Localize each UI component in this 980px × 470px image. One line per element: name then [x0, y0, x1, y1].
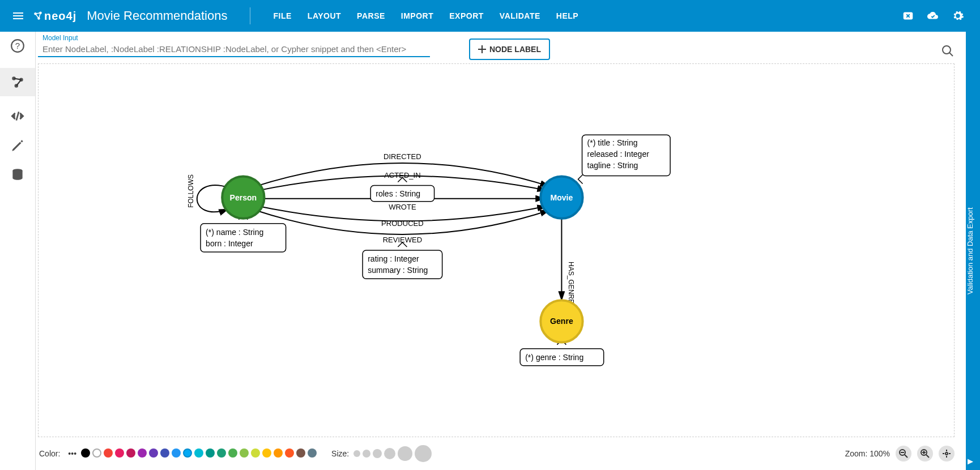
- color-swatch[interactable]: [183, 448, 192, 458]
- sidebar-graph[interactable]: [0, 68, 35, 96]
- sidebar-code[interactable]: [10, 109, 25, 126]
- color-swatch[interactable]: [262, 448, 271, 458]
- label-has-genre: HAS_GENRE: [567, 262, 575, 304]
- prop-rev-1: summary : String: [368, 266, 428, 275]
- node-person-label: Person: [230, 193, 257, 202]
- menu-file[interactable]: FILE: [273, 11, 291, 20]
- prop-movie-2: tagline : String: [587, 161, 638, 170]
- menu-help[interactable]: HELP: [556, 11, 578, 20]
- color-swatch[interactable]: [296, 448, 305, 458]
- node-genre-label: Genre: [550, 317, 573, 326]
- add-node-label-button[interactable]: NODE LABEL: [469, 39, 550, 60]
- right-panel-toggle[interactable]: Validation and Data Export ◀: [966, 32, 980, 470]
- sidebar-database[interactable]: [10, 168, 25, 185]
- label-follows: FOLLOWS: [187, 174, 195, 208]
- size-swatch[interactable]: [373, 449, 382, 458]
- prop-person-1: born : Integer: [206, 239, 253, 248]
- color-swatch[interactable]: [217, 448, 226, 458]
- menu-validate[interactable]: VALIDATE: [500, 11, 540, 20]
- prop-movie-1: released : Integer: [587, 149, 650, 159]
- color-swatch[interactable]: [81, 448, 90, 458]
- header: neo4j Movie Recommendations FILE LAYOUT …: [0, 0, 980, 32]
- color-swatch[interactable]: [160, 448, 169, 458]
- zoom-out-button[interactable]: [896, 446, 911, 462]
- sidebar: ?: [0, 32, 35, 470]
- color-swatch[interactable]: [172, 448, 181, 458]
- color-swatch[interactable]: [228, 448, 237, 458]
- color-swatch[interactable]: [240, 448, 249, 458]
- footer-toolbar: Color: ••• Size: Zoom: 100% Role: OWNER: [39, 442, 955, 465]
- gear-icon[interactable]: [952, 10, 964, 22]
- main-menu: FILE LAYOUT PARSE IMPORT EXPORT VALIDATE…: [273, 11, 578, 20]
- menu-export[interactable]: EXPORT: [449, 11, 484, 20]
- model-input-group: Model Input: [38, 32, 430, 57]
- color-swatch[interactable]: [115, 448, 124, 458]
- diagram-canvas[interactable]: DIRECTED ACTED_IN WROTE PRODUCED REVIEWE…: [38, 63, 955, 437]
- more-colors-icon[interactable]: •••: [68, 449, 76, 458]
- label-produced: PRODUCED: [381, 219, 424, 228]
- color-swatch[interactable]: [274, 448, 283, 458]
- size-swatch[interactable]: [415, 445, 432, 462]
- color-swatch[interactable]: [138, 448, 147, 458]
- clear-icon[interactable]: [902, 10, 914, 22]
- model-input[interactable]: [42, 42, 425, 56]
- label-directed: DIRECTED: [384, 152, 421, 161]
- svg-point-13: [945, 452, 948, 455]
- label-wrote: WROTE: [389, 203, 416, 211]
- node-movie-label: Movie: [551, 193, 573, 202]
- size-swatch[interactable]: [363, 450, 370, 458]
- prop-acted-0: roles : String: [376, 189, 420, 198]
- size-label: Size:: [331, 449, 349, 458]
- prop-rev-0: rating : Integer: [368, 254, 419, 263]
- menu-parse[interactable]: PARSE: [357, 11, 385, 20]
- svg-text:?: ?: [15, 41, 20, 50]
- color-swatch[interactable]: [149, 448, 158, 458]
- sidebar-help[interactable]: ?: [10, 39, 25, 55]
- color-swatch[interactable]: [285, 448, 294, 458]
- main-area: Model Input NODE LABEL DIRECTED ACTED_IN…: [35, 32, 966, 470]
- size-swatch[interactable]: [384, 448, 395, 459]
- logo: neo4j: [33, 10, 76, 23]
- zoom-text: Zoom: 100%: [845, 449, 890, 458]
- zoom-fit-button[interactable]: [939, 446, 955, 462]
- color-swatch[interactable]: [206, 448, 215, 458]
- prop-genre-0: (*) genre : String: [525, 353, 583, 362]
- color-swatch[interactable]: [104, 448, 113, 458]
- cloud-check-icon[interactable]: [927, 10, 939, 22]
- prop-person-0: (*) name : String: [206, 228, 263, 237]
- color-swatch[interactable]: [308, 448, 317, 458]
- zoom-in-button[interactable]: [917, 446, 933, 462]
- size-swatch[interactable]: [398, 446, 412, 461]
- sidebar-edit[interactable]: [10, 138, 25, 155]
- chevron-left-icon: ◀: [966, 458, 974, 467]
- hamburger-menu[interactable]: [6, 9, 31, 23]
- svg-point-10: [943, 46, 951, 54]
- search-icon[interactable]: [941, 44, 955, 60]
- color-swatch[interactable]: [126, 448, 135, 458]
- color-swatch[interactable]: [92, 448, 101, 458]
- menu-import[interactable]: IMPORT: [401, 11, 433, 20]
- color-swatch[interactable]: [251, 448, 260, 458]
- menu-layout[interactable]: LAYOUT: [308, 11, 341, 20]
- page-title: Movie Recommendations: [87, 8, 227, 23]
- size-swatch[interactable]: [353, 450, 360, 457]
- model-input-label: Model Input: [42, 34, 425, 42]
- color-swatch[interactable]: [194, 448, 203, 458]
- prop-movie-0: (*) title : String: [587, 138, 638, 147]
- color-label: Color:: [39, 449, 60, 458]
- plus-icon: [478, 45, 486, 53]
